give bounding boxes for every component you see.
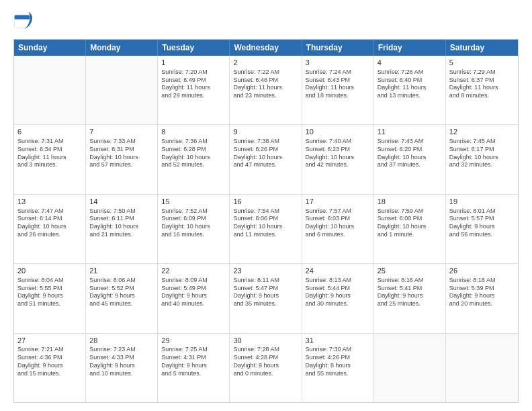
day-cell-12: 12Sunrise: 7:45 AM Sunset: 6:17 PM Dayli…: [446, 125, 518, 193]
day-info: Sunrise: 8:16 AM Sunset: 5:41 PM Dayligh…: [378, 277, 442, 308]
day-cell-11: 11Sunrise: 7:43 AM Sunset: 6:20 PM Dayli…: [374, 125, 446, 193]
day-cell-6: 6Sunrise: 7:31 AM Sunset: 6:34 PM Daylig…: [14, 125, 86, 193]
day-info: Sunrise: 7:47 AM Sunset: 6:14 PM Dayligh…: [17, 208, 82, 239]
day-info: Sunrise: 8:01 AM Sunset: 5:57 PM Dayligh…: [449, 208, 515, 239]
day-number: 1: [161, 58, 226, 68]
day-number: 19: [449, 197, 515, 207]
day-number: 28: [89, 336, 154, 346]
day-info: Sunrise: 7:38 AM Sunset: 6:26 PM Dayligh…: [233, 138, 298, 169]
calendar-header: SundayMondayTuesdayWednesdayThursdayFrid…: [14, 40, 518, 56]
day-header-wednesday: Wednesday: [230, 40, 302, 56]
day-info: Sunrise: 7:25 AM Sunset: 4:31 PM Dayligh…: [161, 346, 226, 377]
day-info: Sunrise: 7:24 AM Sunset: 6:43 PM Dayligh…: [306, 68, 370, 100]
day-info: Sunrise: 7:22 AM Sunset: 6:46 PM Dayligh…: [233, 68, 298, 100]
day-number: 7: [89, 127, 154, 137]
day-number: 24: [306, 266, 370, 276]
day-cell-31: 31Sunrise: 7:30 AM Sunset: 4:26 PM Dayli…: [302, 334, 374, 402]
day-cell-8: 8Sunrise: 7:36 AM Sunset: 6:28 PM Daylig…: [158, 125, 230, 193]
day-number: 20: [17, 266, 82, 276]
day-number: 14: [89, 197, 154, 207]
day-info: Sunrise: 7:26 AM Sunset: 6:40 PM Dayligh…: [378, 68, 442, 100]
day-cell-empty: [14, 56, 86, 124]
day-cell-empty: [86, 56, 158, 124]
day-number: 3: [306, 58, 370, 68]
day-number: 6: [17, 127, 82, 137]
day-cell-18: 18Sunrise: 7:59 AM Sunset: 6:00 PM Dayli…: [374, 195, 446, 263]
day-cell-22: 22Sunrise: 8:09 AM Sunset: 5:49 PM Dayli…: [158, 264, 230, 332]
day-number: 9: [233, 127, 298, 137]
day-info: Sunrise: 8:06 AM Sunset: 5:52 PM Dayligh…: [89, 277, 154, 308]
day-info: Sunrise: 7:23 AM Sunset: 4:33 PM Dayligh…: [89, 346, 154, 377]
day-number: 22: [161, 266, 226, 276]
day-cell-20: 20Sunrise: 8:04 AM Sunset: 5:55 PM Dayli…: [14, 264, 86, 332]
day-info: Sunrise: 7:57 AM Sunset: 6:03 PM Dayligh…: [306, 208, 370, 239]
day-cell-27: 27Sunrise: 7:21 AM Sunset: 4:36 PM Dayli…: [14, 334, 86, 402]
day-cell-17: 17Sunrise: 7:57 AM Sunset: 6:03 PM Dayli…: [302, 195, 374, 263]
day-info: Sunrise: 7:29 AM Sunset: 6:37 PM Dayligh…: [449, 68, 515, 100]
day-info: Sunrise: 7:43 AM Sunset: 6:20 PM Dayligh…: [378, 138, 442, 169]
day-header-thursday: Thursday: [302, 40, 374, 56]
day-cell-9: 9Sunrise: 7:38 AM Sunset: 6:26 PM Daylig…: [230, 125, 302, 193]
day-info: Sunrise: 7:30 AM Sunset: 4:26 PM Dayligh…: [306, 346, 370, 377]
day-cell-16: 16Sunrise: 7:54 AM Sunset: 6:06 PM Dayli…: [230, 195, 302, 263]
day-number: 11: [378, 127, 442, 137]
day-info: Sunrise: 8:18 AM Sunset: 5:39 PM Dayligh…: [449, 277, 515, 308]
day-number: 10: [306, 127, 370, 137]
day-info: Sunrise: 7:31 AM Sunset: 6:34 PM Dayligh…: [17, 138, 82, 169]
logo: [13, 11, 38, 32]
day-cell-30: 30Sunrise: 7:28 AM Sunset: 4:28 PM Dayli…: [230, 334, 302, 402]
svg-rect-1: [15, 15, 30, 19]
page-header: [13, 11, 519, 32]
day-info: Sunrise: 7:54 AM Sunset: 6:06 PM Dayligh…: [233, 208, 298, 239]
day-cell-21: 21Sunrise: 8:06 AM Sunset: 5:52 PM Dayli…: [86, 264, 158, 332]
day-info: Sunrise: 7:36 AM Sunset: 6:28 PM Dayligh…: [161, 138, 226, 169]
day-number: 13: [17, 197, 82, 207]
day-number: 8: [161, 127, 226, 137]
day-number: 4: [378, 58, 442, 68]
day-cell-24: 24Sunrise: 8:13 AM Sunset: 5:44 PM Dayli…: [302, 264, 374, 332]
day-number: 27: [17, 336, 82, 346]
day-cell-5: 5Sunrise: 7:29 AM Sunset: 6:37 PM Daylig…: [446, 56, 518, 124]
day-info: Sunrise: 7:59 AM Sunset: 6:00 PM Dayligh…: [378, 208, 442, 239]
calendar-week-2: 6Sunrise: 7:31 AM Sunset: 6:34 PM Daylig…: [14, 125, 518, 194]
day-header-saturday: Saturday: [446, 40, 518, 56]
calendar-week-1: 1Sunrise: 7:20 AM Sunset: 6:49 PM Daylig…: [14, 56, 518, 125]
day-info: Sunrise: 7:20 AM Sunset: 6:49 PM Dayligh…: [161, 68, 226, 100]
day-cell-2: 2Sunrise: 7:22 AM Sunset: 6:46 PM Daylig…: [230, 56, 302, 124]
calendar-week-3: 13Sunrise: 7:47 AM Sunset: 6:14 PM Dayli…: [14, 195, 518, 264]
day-info: Sunrise: 8:09 AM Sunset: 5:49 PM Dayligh…: [161, 277, 226, 308]
day-cell-7: 7Sunrise: 7:33 AM Sunset: 6:31 PM Daylig…: [86, 125, 158, 193]
calendar-week-4: 20Sunrise: 8:04 AM Sunset: 5:55 PM Dayli…: [14, 264, 518, 333]
day-number: 30: [233, 336, 298, 346]
calendar-page: SundayMondayTuesdayWednesdayThursdayFrid…: [0, 0, 532, 411]
day-number: 17: [306, 197, 370, 207]
day-number: 15: [161, 197, 226, 207]
day-cell-15: 15Sunrise: 7:52 AM Sunset: 6:09 PM Dayli…: [158, 195, 230, 263]
day-cell-3: 3Sunrise: 7:24 AM Sunset: 6:43 PM Daylig…: [302, 56, 374, 124]
day-info: Sunrise: 7:28 AM Sunset: 4:28 PM Dayligh…: [233, 346, 298, 377]
day-number: 2: [233, 58, 298, 68]
day-info: Sunrise: 8:11 AM Sunset: 5:47 PM Dayligh…: [233, 277, 298, 308]
day-cell-13: 13Sunrise: 7:47 AM Sunset: 6:14 PM Dayli…: [14, 195, 86, 263]
day-number: 21: [89, 266, 154, 276]
day-info: Sunrise: 8:04 AM Sunset: 5:55 PM Dayligh…: [17, 277, 82, 308]
day-cell-28: 28Sunrise: 7:23 AM Sunset: 4:33 PM Dayli…: [86, 334, 158, 402]
day-header-tuesday: Tuesday: [158, 40, 230, 56]
day-number: 18: [378, 197, 442, 207]
day-number: 29: [161, 336, 226, 346]
day-cell-empty: [446, 334, 518, 402]
day-number: 5: [449, 58, 515, 68]
logo-icon: [13, 11, 35, 32]
calendar-body: 1Sunrise: 7:20 AM Sunset: 6:49 PM Daylig…: [14, 56, 518, 402]
day-cell-19: 19Sunrise: 8:01 AM Sunset: 5:57 PM Dayli…: [446, 195, 518, 263]
day-number: 25: [378, 266, 442, 276]
day-info: Sunrise: 7:40 AM Sunset: 6:23 PM Dayligh…: [306, 138, 370, 169]
calendar-week-5: 27Sunrise: 7:21 AM Sunset: 4:36 PM Dayli…: [14, 334, 518, 402]
day-info: Sunrise: 8:13 AM Sunset: 5:44 PM Dayligh…: [306, 277, 370, 308]
day-cell-25: 25Sunrise: 8:16 AM Sunset: 5:41 PM Dayli…: [374, 264, 446, 332]
day-number: 26: [449, 266, 515, 276]
day-number: 12: [449, 127, 515, 137]
day-number: 23: [233, 266, 298, 276]
day-info: Sunrise: 7:50 AM Sunset: 6:11 PM Dayligh…: [89, 208, 154, 239]
day-cell-26: 26Sunrise: 8:18 AM Sunset: 5:39 PM Dayli…: [446, 264, 518, 332]
